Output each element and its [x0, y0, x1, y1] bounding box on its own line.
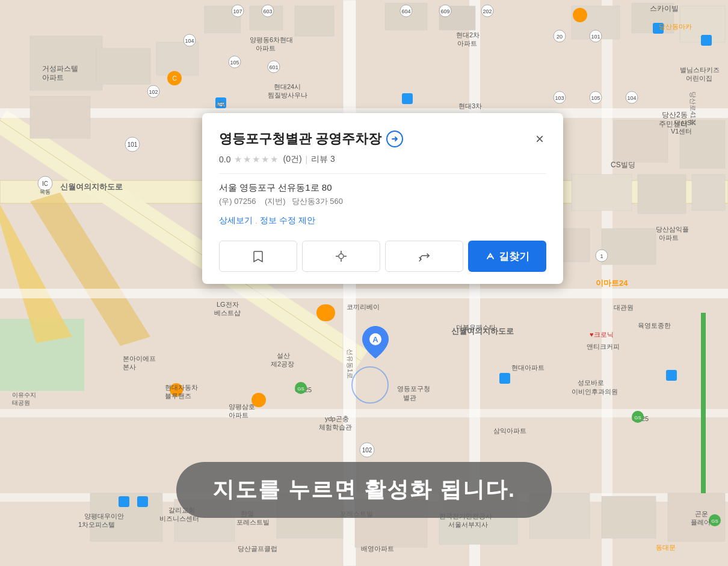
svg-text:어린이집: 어린이집: [686, 75, 712, 82]
svg-text:C: C: [172, 75, 176, 82]
svg-text:아파트: 아파트: [256, 45, 276, 52]
popup-detail-arrow-button[interactable]: [386, 131, 403, 147]
svg-text:당산골프클럽: 당산골프클럽: [238, 545, 277, 552]
popup-rating-row: 0.0 ★★★★★ (0건) | 리뷰 3: [219, 154, 546, 165]
map-marker: A: [362, 326, 389, 361]
link-dot: .: [255, 216, 258, 226]
svg-text:태공원: 태공원: [12, 399, 30, 406]
svg-text:설산: 설산: [277, 352, 290, 359]
svg-text:LG전자: LG전자: [217, 301, 239, 308]
svg-text:비즈니스센터: 비즈니스센터: [159, 515, 199, 522]
svg-text:선유동1로: 선유동1로: [347, 349, 354, 379]
svg-text:당산삼익플: 당산삼익플: [656, 226, 689, 233]
svg-text:1차오피스텔: 1차오피스텔: [78, 521, 115, 528]
svg-text:GS: GS: [297, 386, 304, 392]
svg-rect-15: [0, 409, 728, 417]
location-button[interactable]: [302, 241, 380, 272]
svg-text:601: 601: [269, 64, 278, 70]
share-button[interactable]: [385, 241, 463, 272]
popup-close-button[interactable]: ×: [533, 132, 546, 146]
svg-text:아파트: 아파트: [229, 411, 248, 419]
svg-text:이유수지: 이유수지: [12, 392, 36, 398]
popup-divider: [219, 173, 546, 174]
svg-text:현대2차: 현대2차: [456, 31, 480, 38]
svg-text:아파트: 아파트: [42, 73, 64, 82]
svg-text:성모바로: 성모바로: [578, 379, 604, 386]
popup-links: 상세보기 . 정보 수정 제안: [219, 215, 546, 226]
rating-stars: ★★★★★: [234, 154, 279, 165]
svg-rect-43: [156, 42, 199, 75]
svg-rect-19: [295, 6, 334, 36]
svg-point-56: [573, 8, 587, 22]
popup-title-row: 영등포구청별관 공영주차장: [219, 130, 403, 148]
svg-text:A: A: [372, 335, 378, 344]
svg-text:체험학습관: 체험학습관: [319, 423, 352, 431]
svg-text:20: 20: [557, 34, 563, 40]
svg-text:양평삼호: 양평삼호: [229, 403, 255, 410]
svg-text:604: 604: [401, 8, 410, 14]
svg-text:서울서부지사: 서울서부지사: [448, 521, 488, 528]
svg-text:배영아파트: 배영아파트: [361, 545, 394, 552]
svg-text:CS빌딩: CS빌딩: [611, 161, 635, 169]
svg-rect-29: [692, 174, 725, 211]
map-container[interactable]: 🚌 C 신월여의지하도로 신월여의지하도로 거성파스텔 아파트 본아이에프 본사…: [0, 0, 728, 566]
map-activate-overlay[interactable]: 지도를 누르면 활성화 됩니다.: [176, 462, 552, 518]
route-button-label: 길찾기: [499, 250, 529, 263]
svg-text:앤티크커피: 앤티크커피: [587, 343, 620, 350]
svg-text:GS: GS: [711, 518, 718, 524]
svg-text:101: 101: [591, 34, 600, 40]
svg-text:동대문: 동대문: [656, 544, 676, 551]
route-button[interactable]: 길찾기: [468, 241, 546, 272]
svg-text:🚌: 🚌: [217, 99, 225, 107]
svg-text:♥크로닉: ♥크로닉: [590, 331, 614, 338]
svg-text:본아이에프: 본아이에프: [123, 355, 156, 362]
svg-text:플레어: 플레어: [691, 518, 711, 526]
svg-text:현대자동차: 현대자동차: [165, 384, 198, 391]
popup-address: 서울 영등포구 선유동1로 80: [219, 182, 546, 194]
svg-rect-49: [701, 35, 712, 46]
svg-rect-53: [137, 496, 148, 507]
rating-score: 0.0: [219, 155, 230, 164]
svg-rect-50: [499, 373, 510, 384]
svg-rect-52: [119, 496, 129, 507]
bookmark-button[interactable]: [219, 241, 297, 272]
svg-text:찜질방사우나: 찜질방사우나: [268, 91, 307, 99]
svg-text:양평대우이안: 양평대우이안: [84, 512, 124, 520]
svg-text:블루핸즈: 블루핸즈: [165, 392, 191, 399]
svg-rect-38: [602, 496, 656, 538]
svg-text:제2공장: 제2공장: [271, 360, 294, 368]
svg-rect-28: [638, 174, 686, 214]
detail-link[interactable]: 상세보기: [219, 215, 253, 226]
svg-text:신월여의지하도로: 신월여의지하도로: [60, 182, 123, 191]
svg-rect-41: [30, 96, 90, 138]
address-zip: (우) 07256: [219, 197, 256, 206]
svg-text:당산로41길: 당산로41길: [689, 91, 697, 125]
svg-rect-40: [30, 36, 102, 90]
svg-text:현대24시: 현대24시: [274, 83, 301, 90]
popup-address-detail: (우) 07256 (지번) 당산동3가 560: [219, 196, 546, 207]
svg-text:ydp곤충: ydp곤충: [325, 415, 349, 422]
popup-title: 영등포구청별관 공영주차장: [219, 130, 381, 148]
svg-text:포레스트빌: 포레스트빌: [236, 518, 270, 526]
address-type: (지번): [265, 197, 286, 206]
svg-text:본사: 본사: [123, 363, 136, 371]
svg-text:현대아파트: 현대아파트: [511, 364, 544, 371]
svg-text:105: 105: [591, 95, 600, 101]
edit-link[interactable]: 정보 수정 제안: [260, 215, 315, 226]
svg-text:102: 102: [149, 89, 158, 95]
svg-rect-31: [602, 229, 656, 265]
svg-text:103: 103: [555, 95, 564, 101]
svg-text:105: 105: [230, 60, 239, 66]
svg-text:곤운: 곤운: [695, 510, 708, 517]
svg-text:당산동마카: 당산동마카: [659, 23, 692, 30]
svg-text:이마트24: 이마트24: [596, 278, 628, 288]
svg-text:102: 102: [362, 447, 372, 454]
svg-text:별님스타키즈: 별님스타키즈: [680, 66, 720, 73]
popup-header: 영등포구청별관 공영주차장 ×: [219, 130, 546, 148]
svg-rect-51: [666, 370, 677, 381]
svg-text:별관: 별관: [403, 394, 416, 401]
svg-text:대관원: 대관원: [614, 304, 634, 311]
svg-text:목동: 목동: [40, 189, 51, 195]
svg-text:104: 104: [627, 95, 636, 101]
svg-text:V1센터: V1센터: [671, 128, 692, 135]
